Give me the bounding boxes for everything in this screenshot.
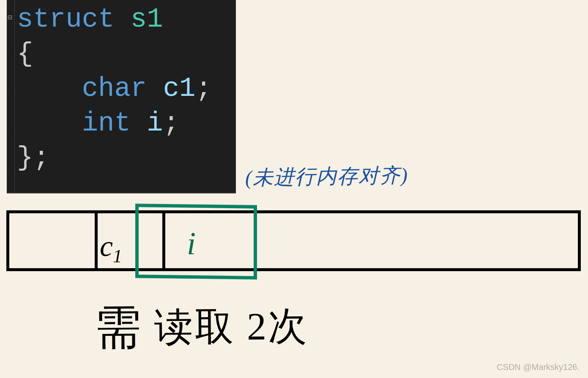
watermark: CSDN @Marksky126.	[497, 362, 580, 372]
cell-c1-sub: 1	[113, 246, 122, 267]
type-int: int	[17, 108, 131, 139]
memory-cell-c1: c1	[100, 229, 122, 267]
semicolon-2: ;	[163, 108, 179, 139]
bottom-mid: 读取	[143, 305, 247, 349]
memory-layout-bar: c1 i	[6, 210, 581, 271]
type-name: s1	[114, 4, 163, 35]
field-c1: c1	[147, 73, 195, 104]
read-highlight-box	[135, 204, 257, 280]
bottom-count: 2次	[247, 305, 309, 348]
bottom-annotation: 需 读取 2次	[94, 295, 309, 359]
bottom-prefix: 需	[94, 302, 143, 354]
semicolon-1: ;	[195, 73, 211, 104]
code-text: struct s1 { char c1; int i; };	[17, 3, 212, 176]
annotation-no-alignment: (未进行内存对齐)	[245, 162, 408, 192]
fold-minus-icon: ⊟	[8, 13, 13, 18]
memory-divider-1	[95, 213, 98, 268]
type-char: char	[17, 73, 147, 104]
field-i: i	[131, 108, 163, 139]
cell-c1-letter: c	[100, 230, 113, 262]
code-gutter: ⊟	[7, 0, 15, 193]
keyword-struct: struct	[17, 4, 114, 35]
code-editor: ⊟ struct s1 { char c1; int i; };	[7, 0, 236, 193]
brace-close: };	[17, 143, 49, 173]
brace-open: {	[17, 39, 33, 69]
